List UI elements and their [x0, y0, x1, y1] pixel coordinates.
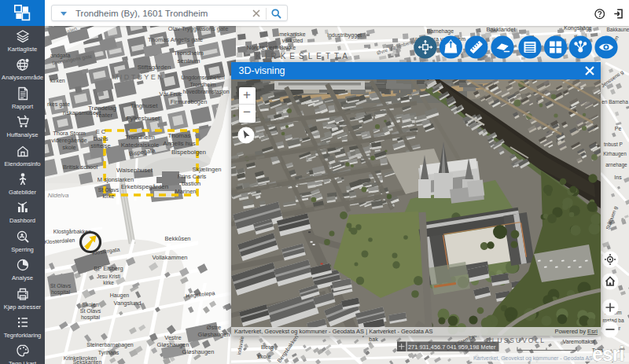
svg-text:esri: esri — [592, 343, 624, 364]
svg-text:Kartverket, Geovekst og kommun: Kartverket, Geovekst og kommuner - Geoda… — [473, 355, 593, 362]
svg-text:271 931,456.7 041 959,198 Mete: 271 931,456.7 041 959,198 Meter — [408, 344, 496, 351]
svg-text:Kartverket, Geovekst og kommun: Kartverket, Geovekst og kommuner - Geoda… — [234, 328, 432, 335]
svg-text:Powered by Esri: Powered by Esri — [554, 328, 598, 335]
